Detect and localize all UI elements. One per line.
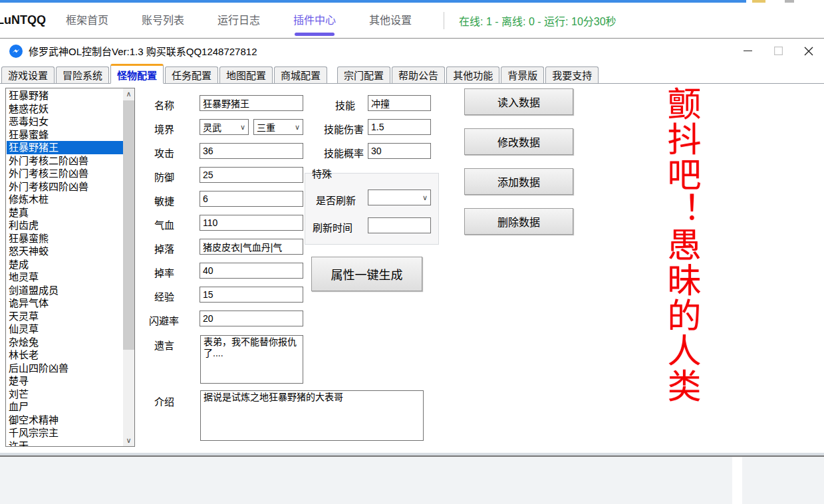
list-item[interactable]: 仙灵草 <box>7 322 124 336</box>
agility-label: 敏捷 <box>154 193 174 207</box>
chevron-down-icon: ∨ <box>237 123 248 132</box>
tab[interactable]: 帮助公告 <box>392 66 445 83</box>
frame-menu: 框架首页账号列表运行日志插件中心其他设置 <box>65 4 444 37</box>
chevron-down-icon: ∨ <box>292 123 303 132</box>
close-icon[interactable] <box>793 39 824 63</box>
minimize-icon[interactable] <box>732 39 763 63</box>
tab[interactable]: 任务配置 <box>165 66 218 83</box>
background-panel <box>0 457 824 504</box>
menu-status-divider <box>444 12 444 29</box>
list-item[interactable]: 外门考核二阶凶兽 <box>7 154 124 168</box>
refresh-select[interactable]: ∨ <box>368 189 431 205</box>
refresh-time-input[interactable] <box>368 217 431 233</box>
list-item[interactable]: 狂暴野猪王 <box>7 141 124 154</box>
dodge-input[interactable] <box>200 311 303 326</box>
frame-menu-item[interactable]: 框架首页 <box>65 4 110 37</box>
hp-input[interactable] <box>200 215 303 231</box>
list-item[interactable]: 天灵草 <box>7 310 124 323</box>
skill-label: 技能 <box>325 98 365 112</box>
list-item[interactable]: 剑道盟成员 <box>7 284 124 297</box>
skill-chance-input[interactable] <box>368 143 431 159</box>
tab[interactable]: 背景版 <box>501 66 544 83</box>
intro-textarea[interactable]: 据说是试炼之地狂暴野猪的大表哥 <box>200 390 424 441</box>
list-item[interactable]: 狂暴蛮熊 <box>7 232 124 245</box>
chevron-down-icon: ∨ <box>420 193 430 202</box>
frame-menu-bar: LuNTQQ 框架首页账号列表运行日志插件中心其他设置 在线: 1 - 离线: … <box>0 3 824 39</box>
attack-input[interactable] <box>200 143 303 159</box>
realm-label: 境界 <box>154 122 174 136</box>
scroll-down-icon[interactable]: ∨ <box>123 435 134 446</box>
tab[interactable]: 我要支持 <box>545 66 599 83</box>
list-item[interactable]: 诡异气体 <box>7 297 124 310</box>
maximize-icon[interactable] <box>763 39 793 63</box>
list-item[interactable]: 怒天神蛟 <box>7 245 124 258</box>
frame-menu-item[interactable]: 账号列表 <box>140 4 186 37</box>
runtime-status-text: 在线: 1 - 离线: 0 - 运行: 10分30秒 <box>459 13 617 29</box>
list-item[interactable]: 利齿虎 <box>7 219 124 232</box>
scrollbar-thumb[interactable] <box>123 100 134 350</box>
tab[interactable]: 游戏设置 <box>1 66 55 83</box>
tab[interactable]: 其他功能 <box>446 66 499 83</box>
refresh-time-label: 刷新时间 <box>313 220 352 234</box>
action-button[interactable]: 读入数据 <box>464 88 573 115</box>
exp-label: 经验 <box>154 289 174 303</box>
action-button[interactable]: 删除数据 <box>464 208 573 235</box>
banner-vertical-text: 颤抖吧！愚昧的人类 <box>654 86 706 436</box>
realm-select[interactable]: 灵武∨ <box>200 119 249 135</box>
list-item[interactable]: 恶毒妇女 <box>7 115 124 128</box>
skill-input[interactable] <box>368 95 431 111</box>
tab[interactable]: 冒险系统 <box>56 66 109 83</box>
list-item[interactable]: 血尸 <box>7 400 124 414</box>
tab[interactable]: 商城配置 <box>274 66 327 83</box>
window-controls <box>732 39 824 63</box>
list-item[interactable]: 狂暴蜜蜂 <box>7 128 124 142</box>
app-logo: LuNTQQ <box>0 13 46 27</box>
list-item[interactable]: 修炼木桩 <box>7 193 124 206</box>
frame-menu-item[interactable]: 运行日志 <box>216 4 261 37</box>
defense-input[interactable] <box>200 167 303 183</box>
list-item[interactable]: 御空术精神 <box>7 414 124 427</box>
list-item[interactable]: 外门考核四阶凶兽 <box>7 180 124 193</box>
list-item[interactable]: 后山四阶凶兽 <box>7 362 124 375</box>
list-item[interactable]: 地灵草 <box>7 271 124 284</box>
drops-label: 掉落 <box>154 241 174 255</box>
list-item[interactable]: 许天 <box>7 440 124 447</box>
tab[interactable]: 怪物配置 <box>110 64 164 84</box>
intro-label: 介绍 <box>154 394 174 408</box>
scroll-up-icon[interactable]: ∧ <box>123 88 134 100</box>
action-button[interactable]: 修改数据 <box>464 128 573 155</box>
messenger-app-icon <box>9 45 23 58</box>
list-item[interactable]: 外门考核三阶凶兽 <box>7 167 124 180</box>
list-item[interactable]: 杂烩兔 <box>7 336 124 349</box>
name-input[interactable] <box>200 95 303 111</box>
monster-list: 狂暴野猪魅惑花妖恶毒妇女狂暴蜜蜂狂暴野猪王外门考核二阶凶兽外门考核三阶凶兽外门考… <box>7 89 124 446</box>
tab[interactable]: 宗门配置 <box>337 66 390 83</box>
last-words-textarea[interactable]: 表弟，我不能替你报仇了.... <box>200 335 303 384</box>
realm-level-select[interactable]: 三重∨ <box>253 119 303 135</box>
frame-menu-item[interactable]: 其他设置 <box>368 4 413 37</box>
drop-rate-label: 掉率 <box>154 265 174 279</box>
generate-attributes-button[interactable]: 属性一键生成 <box>311 257 422 291</box>
list-item[interactable]: 楚成 <box>7 258 124 271</box>
defense-label: 防御 <box>154 170 174 184</box>
list-item[interactable]: 刘芒 <box>7 388 124 401</box>
list-scrollbar[interactable]: ∧ ∨ <box>123 88 134 446</box>
list-item[interactable]: 千风宗宗主 <box>7 426 124 440</box>
hp-label: 气血 <box>154 217 174 231</box>
skill-damage-label: 技能伤害 <box>324 122 364 136</box>
drop-rate-input[interactable] <box>200 263 303 279</box>
list-item[interactable]: 魅惑花妖 <box>7 102 124 116</box>
frame-menu-item[interactable]: 插件中心 <box>292 4 337 37</box>
exp-input[interactable] <box>200 287 303 303</box>
list-item[interactable]: 楚寻 <box>7 374 124 388</box>
drops-input[interactable] <box>200 239 303 255</box>
dodge-label: 闪避率 <box>149 313 179 327</box>
list-item[interactable]: 楚真 <box>7 206 124 219</box>
skill-damage-input[interactable] <box>368 119 431 135</box>
list-item[interactable]: 狂暴野猪 <box>7 89 124 102</box>
tab[interactable]: 地图配置 <box>219 66 273 83</box>
action-button[interactable]: 添加数据 <box>464 168 573 195</box>
agility-input[interactable] <box>200 191 303 207</box>
list-item[interactable]: 林长老 <box>7 348 124 362</box>
last-words-label: 遗言 <box>154 338 174 352</box>
